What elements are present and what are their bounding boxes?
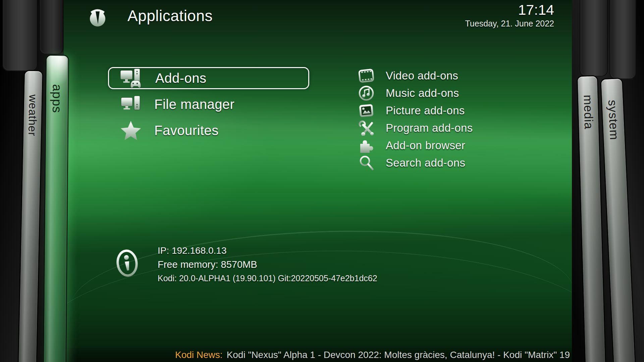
ticker-label: Kodi News: [175, 350, 223, 360]
submenu-item-label: Add-on browser [386, 139, 465, 152]
system-info-free-memory: Free memory: 8570MB [158, 259, 377, 270]
picture-icon [357, 104, 376, 118]
addons-submenu: Video add-ons Music add-ons Pictur [357, 67, 473, 172]
submenu-item-label: Music add-ons [386, 87, 459, 100]
program-tools-icon [357, 120, 376, 136]
file-manager-icon [118, 95, 144, 113]
menu-item-label: Favourites [154, 123, 219, 138]
submenu-item-search-addons[interactable]: Search add-ons [357, 154, 473, 172]
submenu-item-program-addons[interactable]: Program add-ons [357, 119, 473, 137]
music-note-icon [357, 85, 376, 101]
favourites-star-icon [118, 121, 144, 140]
ticker-text: Kodi "Nexus" Alpha 1 - Devcon 2022: Molt… [227, 350, 570, 360]
main-menu: Add-ons File manager Favourites [108, 67, 309, 141]
clock: 17:14 Tuesday, 21. June 2022 [465, 1, 554, 28]
system-info-ip: IP: 192.168.0.13 [158, 245, 377, 256]
submenu-item-addon-browser[interactable]: Add-on browser [357, 137, 473, 154]
addon-puzzle-icon [357, 138, 376, 153]
system-info: IP: 192.168.0.13 Free memory: 8570MB Kod… [158, 245, 377, 283]
menu-item-label: Add-ons [155, 71, 206, 86]
main-background [50, 0, 597, 362]
submenu-item-picture-addons[interactable]: Picture add-ons [357, 102, 473, 119]
menu-item-favourites[interactable]: Favourites [108, 119, 309, 141]
video-film-icon [357, 69, 376, 83]
page-title: Applications [127, 7, 213, 25]
submenu-item-label: Search add-ons [386, 157, 465, 169]
system-tab-slot [609, 0, 636, 79]
search-icon [357, 155, 376, 171]
clock-time: 17:14 [465, 1, 554, 18]
news-ticker: Kodi News: Kodi "Nexus" Alpha 1 - Devcon… [50, 348, 597, 362]
sidebar-tab-label: weather [21, 71, 40, 362]
menu-item-label: File manager [154, 97, 234, 112]
menu-item-addons[interactable]: Add-ons [108, 67, 309, 89]
sidebar-tab-apps[interactable]: apps [44, 56, 68, 362]
submenu-item-music-addons[interactable]: Music add-ons [357, 84, 473, 102]
submenu-item-label: Picture add-ons [386, 104, 465, 117]
weather-tab-slot [2, 0, 38, 71]
addons-icon [119, 68, 145, 88]
submenu-item-label: Video add-ons [386, 69, 458, 82]
sidebar-tab-label: apps [47, 56, 64, 362]
kodi-skin-logo-icon [88, 7, 107, 28]
media-tab-slot [580, 0, 608, 76]
clock-date: Tuesday, 21. June 2022 [465, 19, 554, 28]
menu-item-file-manager[interactable]: File manager [108, 93, 309, 115]
system-info-version: Kodi: 20.0-ALPHA1 (19.90.101) Git:202205… [158, 274, 377, 283]
submenu-item-label: Program add-ons [386, 122, 473, 134]
submenu-item-video-addons[interactable]: Video add-ons [357, 67, 473, 84]
apps-tab-slot [39, 0, 63, 54]
info-icon [115, 249, 140, 279]
